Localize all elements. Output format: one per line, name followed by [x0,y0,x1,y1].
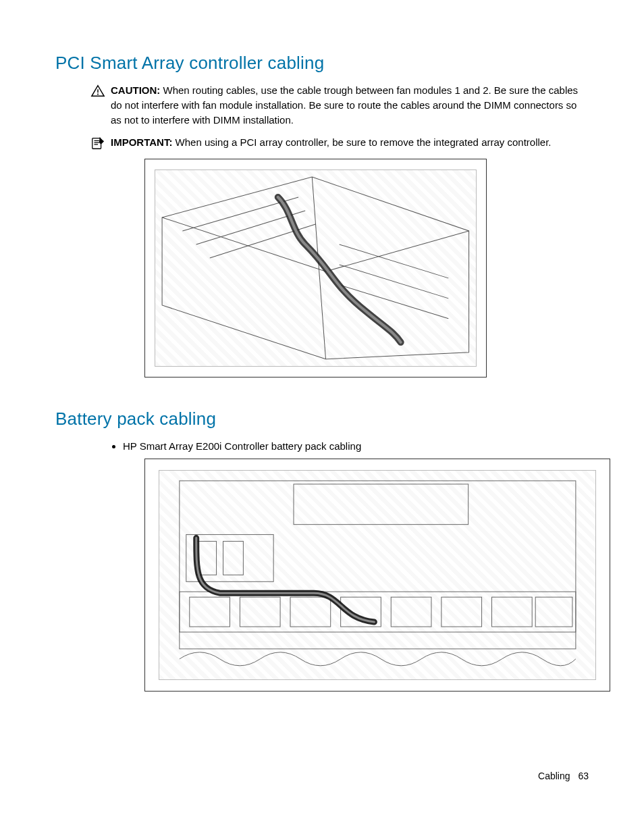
important-text-block: IMPORTANT: When using a PCI array contro… [111,135,552,150]
svg-point-1 [97,94,99,95]
section-heading-pci: PCI Smart Array controller cabling [55,53,590,74]
note-pencil-icon [90,136,105,151]
list-item: HP Smart Array E200i Controller battery … [123,439,590,453]
svg-rect-16 [535,598,572,627]
caution-callout: CAUTION: When routing cables, use the ca… [90,83,590,127]
svg-rect-7 [223,542,243,575]
battery-bullet-list: HP Smart Array E200i Controller battery … [123,439,590,453]
svg-rect-3 [179,481,575,649]
svg-rect-11 [290,598,331,627]
section-heading-battery: Battery pack cabling [55,409,590,429]
caution-triangle-icon [90,84,105,99]
figure-battery-cabling [144,459,610,692]
important-label: IMPORTANT: [111,136,172,148]
footer-page-number: 63 [578,771,589,781]
svg-rect-10 [240,598,280,627]
important-text: When using a PCI array controller, be su… [176,136,552,148]
svg-rect-8 [179,592,575,633]
footer-section: Cabling [538,771,570,781]
caution-text: When routing cables, use the cable troug… [111,84,578,126]
page-footer: Cabling 63 [538,771,589,781]
svg-rect-13 [391,598,431,627]
important-callout: IMPORTANT: When using a PCI array contro… [90,135,590,151]
svg-rect-14 [441,598,482,627]
caution-label: CAUTION: [111,84,160,96]
figure-pci-cabling [144,159,487,377]
caution-text-block: CAUTION: When routing cables, use the ca… [111,83,590,127]
svg-rect-4 [294,484,468,525]
svg-rect-9 [189,598,230,627]
svg-rect-15 [491,598,532,627]
